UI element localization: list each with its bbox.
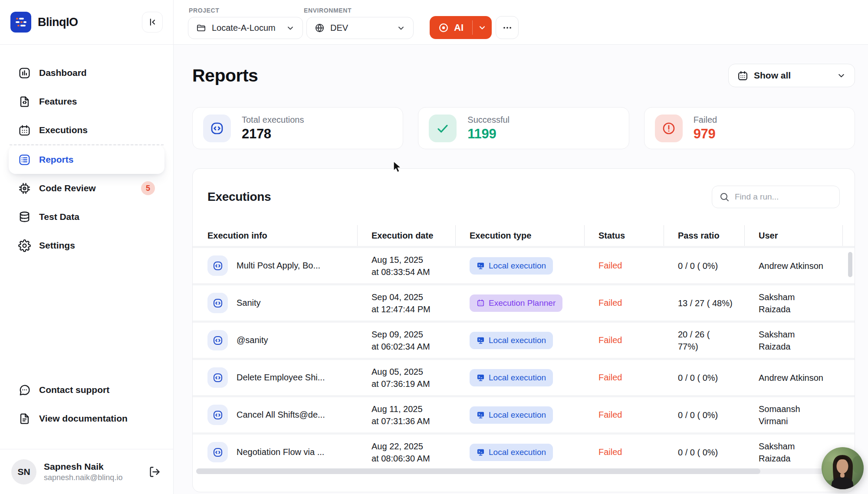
column-header[interactable]: Status xyxy=(585,225,664,246)
execution-name: Delete Employee Shi... xyxy=(237,373,325,383)
reports-list-icon xyxy=(18,154,31,166)
execution-status: Failed xyxy=(585,410,664,420)
support-chat-avatar[interactable] xyxy=(822,447,864,489)
execution-name: Multi Post Apply, Bo... xyxy=(237,261,320,271)
table-row[interactable]: Negotiation Flow via ... Aug 22, 2025 at… xyxy=(193,432,855,470)
column-header[interactable]: Pass ratio xyxy=(664,225,745,246)
footer-link-label: View documentation xyxy=(39,413,128,424)
table-row[interactable]: Cancel All Shifts@de... Aug 11, 2025 at … xyxy=(193,395,855,432)
date-filter-select[interactable]: Show all xyxy=(728,64,855,87)
alert-circle-icon xyxy=(655,115,683,142)
sidebar-item-label: Settings xyxy=(39,240,75,251)
sidebar-item-test-data[interactable]: Test Data xyxy=(9,203,164,231)
sidebar-collapse-button[interactable] xyxy=(142,12,163,33)
ai-button-caret[interactable] xyxy=(473,16,492,39)
code-icon xyxy=(207,293,228,313)
sidebar-item-dashboard[interactable]: Dashboard xyxy=(9,59,164,87)
execution-status: Failed xyxy=(585,373,664,383)
chevron-down-icon xyxy=(397,24,405,33)
execution-date: Aug 11, 2025 at 07:31:36 AM xyxy=(358,403,456,427)
execution-status: Failed xyxy=(585,298,664,308)
globe-icon xyxy=(315,23,325,33)
column-header[interactable]: Execution date xyxy=(358,225,456,246)
table-row[interactable]: Sanity Sep 04, 2025 at 12:47:44 PM Execu… xyxy=(193,283,855,321)
execution-status: Failed xyxy=(585,447,664,457)
support-agent-photo xyxy=(822,447,864,489)
execution-type-badge: Local execution xyxy=(470,332,553,349)
column-header[interactable]: Execution info xyxy=(193,225,358,246)
page-head: Reports Show all xyxy=(192,45,855,87)
sidebar: BlinqIO Dashboard Features Executions Re… xyxy=(0,0,174,494)
pass-ratio: 0 / 0 ( 0%) xyxy=(664,372,733,384)
execution-name: Cancel All Shifts@de... xyxy=(237,410,325,420)
chevron-down-icon xyxy=(478,23,487,32)
monitor-icon xyxy=(477,411,485,419)
table-row[interactable]: Delete Employee Shi... Aug 05, 2025 at 0… xyxy=(193,358,855,395)
vertical-scrollbar-thumb[interactable] xyxy=(848,252,852,277)
table-row[interactable]: @sanity Sep 09, 2025 at 06:02:34 AM Loca… xyxy=(193,321,855,358)
table-row[interactable]: Multi Post Apply, Bo... Aug 15, 2025 at … xyxy=(193,246,855,283)
stats-row: Total executions 2178 Successful 1199 xyxy=(192,107,855,149)
execution-name: @sanity xyxy=(237,335,268,345)
execution-user: Saksham Raizada xyxy=(745,291,827,315)
pass-ratio: 13 / 27 ( 48%) xyxy=(664,297,733,309)
logo-row: BlinqIO xyxy=(0,0,173,45)
code-icon xyxy=(207,255,228,276)
project-value: Locate-A-Locum xyxy=(212,23,276,33)
user-section: SN Sapnesh Naik sapnesh.naik@blinq.io xyxy=(0,449,173,494)
sidebar-nav: Dashboard Features Executions Reports Co… xyxy=(0,45,173,260)
date-filter-value: Show all xyxy=(754,70,791,81)
project-select[interactable]: Locate-A-Locum xyxy=(188,17,303,39)
table-header-row: Execution info Execution date Execution … xyxy=(193,225,855,246)
dashboard-icon xyxy=(18,67,31,79)
app-root: BlinqIO Dashboard Features Executions Re… xyxy=(0,0,868,494)
sidebar-item-reports[interactable]: Reports xyxy=(9,145,164,174)
executions-panel: Executions Execution info Execution date… xyxy=(192,168,855,492)
sidebar-item-label: Dashboard xyxy=(39,68,87,78)
stat-text: Successful 1199 xyxy=(467,115,510,142)
stat-label: Successful xyxy=(467,115,510,125)
sidebar-item-settings[interactable]: Settings xyxy=(9,231,164,260)
monitor-icon xyxy=(477,336,485,344)
run-search-input[interactable] xyxy=(735,192,841,202)
environment-select-group: ENVIRONMENT DEV xyxy=(303,7,414,39)
sidebar-item-executions[interactable]: Executions xyxy=(9,116,164,144)
record-icon xyxy=(438,22,449,33)
chat-bubble-icon xyxy=(18,384,31,396)
ai-record-button[interactable]: AI xyxy=(430,16,492,39)
execution-type-badge: Local execution xyxy=(470,257,553,275)
user-avatar: SN xyxy=(11,459,36,484)
column-header[interactable]: User xyxy=(745,225,843,246)
pass-ratio: 20 / 26 ( 77%) xyxy=(664,328,733,353)
environment-label: ENVIRONMENT xyxy=(304,7,414,14)
environment-select[interactable]: DEV xyxy=(306,17,414,39)
execution-date: Aug 15, 2025 at 08:33:54 AM xyxy=(358,254,456,278)
environment-value: DEV xyxy=(330,23,348,33)
chevron-down-icon xyxy=(286,24,295,33)
logout-button[interactable] xyxy=(147,465,162,479)
execution-status: Failed xyxy=(585,261,664,271)
run-search[interactable] xyxy=(712,186,840,208)
horizontal-scrollbar-thumb[interactable] xyxy=(196,468,760,474)
ai-button-main[interactable]: AI xyxy=(430,16,472,39)
sidebar-item-label: Code Review xyxy=(39,183,96,193)
database-icon xyxy=(18,211,31,223)
execution-date: Sep 04, 2025 at 12:47:44 PM xyxy=(358,291,456,315)
sidebar-footer-nav: Contact support View documentation xyxy=(9,376,164,433)
stat-value: 1199 xyxy=(467,126,510,142)
project-label: PROJECT xyxy=(189,7,303,14)
code-icon xyxy=(207,367,228,388)
sidebar-item-features[interactable]: Features xyxy=(9,87,164,116)
execution-type-badge: Execution Planner xyxy=(470,294,562,312)
more-options-button[interactable] xyxy=(496,16,519,39)
sidebar-item-label: Test Data xyxy=(39,212,79,222)
footer-link-label: Contact support xyxy=(39,385,109,395)
horizontal-scrollbar[interactable] xyxy=(196,468,848,474)
code-icon xyxy=(207,442,228,462)
column-header[interactable]: Execution type xyxy=(456,225,585,246)
contact-support-link[interactable]: Contact support xyxy=(9,376,164,404)
top-header: PROJECT Locate-A-Locum ENVIRONMENT DEV A… xyxy=(174,0,868,45)
user-meta: Sapnesh Naik sapnesh.naik@blinq.io xyxy=(44,461,122,482)
view-documentation-link[interactable]: View documentation xyxy=(9,404,164,433)
sidebar-item-code-review[interactable]: Code Review 5 xyxy=(9,174,164,203)
